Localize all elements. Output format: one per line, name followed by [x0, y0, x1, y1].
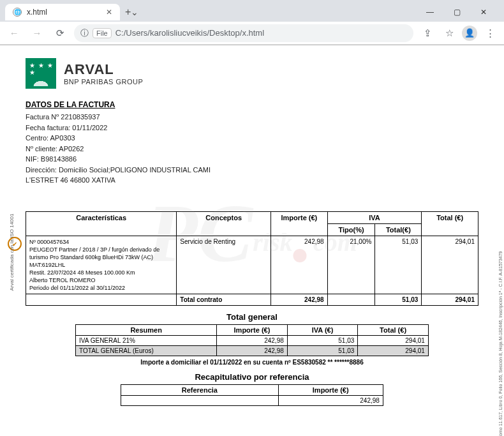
th-total: Total (€): [422, 211, 478, 236]
meta-line: Factura Nº 2210835937: [26, 112, 478, 123]
recap-heading: Recapitulativo por referencia: [26, 372, 478, 382]
th-conceptos: Conceptos: [177, 211, 271, 236]
maximize-button[interactable]: ▢: [444, 3, 470, 21]
tab-title: x.html: [27, 8, 47, 17]
s-total: 294,01: [358, 336, 429, 346]
summary-row-total: TOTAL GENERAL (Euros) 242,98 51,03 294,0…: [76, 346, 429, 356]
summary-table: Resumen Importe (€) IVA (€) Total (€) IV…: [75, 324, 429, 356]
s-importe: 242,98: [217, 336, 288, 346]
r-referencia: [121, 396, 278, 406]
th-s-total: Total (€): [358, 325, 429, 336]
tab-bar: 🌐 x.html ✕ + ⌄ ― ▢ ✕: [0, 0, 504, 22]
invoice-meta: Factura Nº 2210835937 Fecha factura: 01/…: [26, 112, 478, 186]
window-controls: ― ▢ ✕: [417, 3, 496, 21]
total-label: Total contrato: [177, 294, 271, 306]
meta-line: L'ESTRET 46 46800 XATIVA: [26, 175, 478, 186]
th-referencia: Referencia: [121, 385, 278, 396]
minimize-button[interactable]: ―: [417, 3, 443, 21]
share-icon[interactable]: ⇪: [419, 24, 436, 42]
cell-caracteristicas: Nº 0000457634 PEUGEOT Partner / 2018 / 3…: [26, 236, 177, 294]
th-r-importe: Importe (€): [278, 385, 383, 396]
back-button[interactable]: ←: [5, 24, 23, 42]
cell-importe: 242,98: [271, 236, 328, 294]
th-iva-total: Total(€): [375, 223, 422, 236]
invoice-data-title: DATOS DE LA FACTURA: [26, 100, 478, 109]
menu-icon[interactable]: ⋮: [481, 24, 499, 42]
ref-row: 242,98: [121, 396, 383, 406]
main-table: Características Conceptos Importe (€) IV…: [26, 211, 478, 306]
s-total: 294,01: [358, 346, 429, 356]
registry-text: Mercantil de Madrid, Tomo 11.617, Libro …: [498, 251, 503, 436]
globe-icon: 🌐: [13, 8, 22, 17]
document-body: PCrisk.com ★ ★ ★ ★ ARVAL BNP PARIBAS GRO…: [0, 45, 504, 436]
cell-iva-total: 51,03: [375, 236, 422, 294]
th-iva-tipo: Tipo(%): [327, 223, 375, 236]
meta-line: Centro: AP0303: [26, 133, 478, 144]
new-tab-button[interactable]: +: [125, 6, 131, 18]
domicile-note: Importe a domiciliar el 01/11/2022 en su…: [26, 359, 478, 366]
browser-tab[interactable]: 🌐 x.html ✕: [5, 4, 120, 20]
url-path: C:/Users/karolisliucveikis/Desktop/x.htm…: [115, 28, 264, 38]
s-label: TOTAL GENERAL (Euros): [76, 346, 217, 356]
logo: ★ ★ ★ ★ ARVAL BNP PARIBAS GROUP: [26, 58, 478, 89]
r-importe: 242,98: [278, 396, 383, 406]
cell-iva-tipo: 21,00%: [327, 236, 375, 294]
forward-button[interactable]: →: [28, 24, 46, 42]
cell-conceptos: Servicio de Renting: [177, 236, 271, 294]
info-icon: ⓘ: [80, 27, 89, 39]
close-tab-icon[interactable]: ✕: [106, 8, 112, 17]
close-window-button[interactable]: ✕: [471, 3, 496, 21]
total-importe: 242,98: [271, 294, 328, 306]
brand-name: ARVAL: [64, 61, 143, 78]
logo-mark: ★ ★ ★ ★: [26, 58, 56, 89]
cell-total: 294,01: [422, 236, 478, 294]
th-iva: IVA: [327, 211, 422, 223]
summary-row: IVA GENERAL 21% 242,98 51,03 294,01: [76, 336, 429, 346]
s-label: IVA GENERAL 21%: [76, 336, 217, 346]
table-row: Nº 0000457634 PEUGEOT Partner / 2018 / 3…: [26, 236, 478, 294]
total-general-heading: Total general: [26, 312, 478, 322]
reference-table: Referencia Importe (€) 242,98: [121, 384, 383, 406]
meta-line: Fecha factura: 01/11/2022: [26, 123, 478, 133]
meta-line: Nº cliente: AP0262: [26, 144, 478, 154]
total-iva: 51,03: [375, 294, 422, 306]
th-s-importe: Importe (€): [217, 325, 288, 336]
meta-line: NIF: B98143886: [26, 154, 478, 165]
bookmark-icon[interactable]: ☆: [440, 24, 458, 42]
s-iva: 51,03: [287, 346, 358, 356]
th-importe: Importe (€): [271, 211, 328, 236]
s-iva: 51,03: [287, 336, 358, 346]
url-field[interactable]: ⓘ File C:/Users/karolisliucveikis/Deskto…: [74, 24, 413, 42]
file-badge: File: [93, 28, 112, 38]
tab-overflow-icon[interactable]: ⌄: [131, 7, 138, 17]
total-total: 294,01: [422, 294, 478, 306]
th-s-iva: IVA (€): [287, 325, 358, 336]
profile-icon[interactable]: 👤: [462, 26, 477, 41]
total-contrato-row: Total contrato 242,98 51,03 294,01: [26, 294, 478, 306]
th-caracteristicas: Características: [26, 211, 177, 236]
iso-cert-text: Arval certificada con la ISO 14001: [9, 214, 15, 291]
brand-subtitle: BNP PARIBAS GROUP: [64, 78, 143, 86]
th-resumen: Resumen: [76, 325, 217, 336]
reload-button[interactable]: ⟳: [51, 24, 69, 42]
address-bar: ← → ⟳ ⓘ File C:/Users/karolisliucveikis/…: [0, 22, 504, 45]
s-importe: 242,98: [217, 346, 288, 356]
meta-line: Dirección: Domicilio Social;POLIGONO IND…: [26, 165, 478, 176]
browser-chrome: 🌐 x.html ✕ + ⌄ ― ▢ ✕ ← → ⟳ ⓘ File C:/Use…: [0, 0, 504, 45]
